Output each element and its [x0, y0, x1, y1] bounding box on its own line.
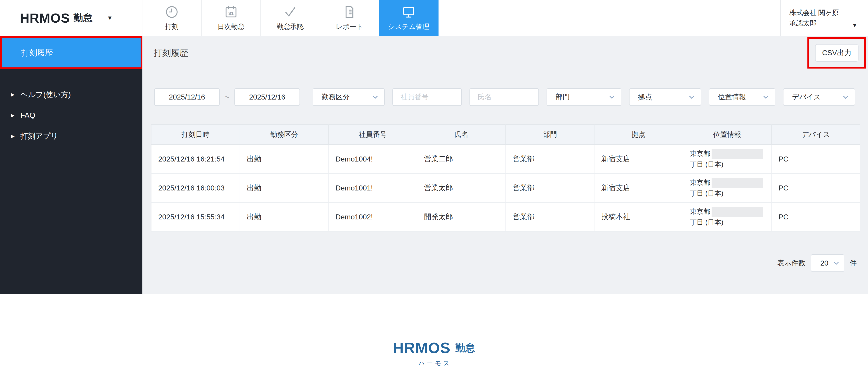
tab-report[interactable]: レポート [320, 0, 379, 36]
select-label: 勤務区分 [322, 92, 350, 102]
name-cell: 開発太郎 [417, 202, 506, 231]
app-window: HRMOS 勤怠 ▼ 打刻 31 日次勤怠 [0, 0, 868, 380]
brand-wordmark: HRMOS [20, 10, 70, 26]
tab-daily-attendance[interactable]: 31 日次勤怠 [202, 0, 261, 36]
department-select[interactable]: 部門 [547, 88, 621, 106]
department-cell: 営業部 [506, 174, 594, 202]
table-header-row: 打刻日時 勤務区分 社員番号 氏名 部門 拠点 位置情報 デバイス [151, 125, 860, 145]
title-row: 打刻履歴 CSV出力 [151, 36, 860, 70]
account-menu[interactable]: 株式会社 関ヶ原 承認太郎 ▼ [780, 0, 868, 36]
monitor-icon [401, 4, 416, 20]
tab-label: 勤怠承認 [277, 22, 304, 31]
name-input[interactable] [469, 88, 539, 106]
sidebar-item-punch-history[interactable]: 打刻履歴 [2, 38, 141, 67]
select-label: 拠点 [638, 92, 652, 102]
chevron-down-icon [833, 259, 840, 267]
body-row: 打刻履歴 ▶ ヘルプ(使い方) ▶ FAQ ▶ 打刻アプリ 打刻履歴 [0, 36, 868, 294]
tab-label: レポート [336, 22, 363, 31]
column-header-employee-id: 社員番号 [329, 125, 417, 145]
sidebar-item-help[interactable]: ▶ ヘルプ(使い方) [0, 84, 143, 105]
chevron-down-icon [762, 93, 770, 101]
sidebar-item-punch-app[interactable]: ▶ 打刻アプリ [0, 126, 143, 147]
redacted-location-box [712, 178, 763, 188]
datetime-cell: 2025/12/16 15:55:34 [151, 202, 240, 231]
company-name: 株式会社 関ヶ原 [789, 7, 868, 18]
employee-id-input[interactable] [393, 88, 462, 106]
worktype-cell: 出勤 [240, 174, 329, 202]
column-header-datetime: 打刻日時 [151, 125, 240, 145]
device-cell: PC [772, 174, 860, 202]
select-label: デバイス [792, 92, 821, 102]
svg-text:31: 31 [228, 11, 234, 16]
office-select[interactable]: 拠点 [629, 88, 701, 106]
column-header-office: 拠点 [594, 125, 683, 145]
footer-logo: HRMOS 勤怠 ハーモス [393, 339, 475, 367]
name-cell: 営業二郎 [417, 145, 506, 174]
triangle-right-icon: ▶ [11, 134, 14, 139]
table-row: 2025/12/16 16:21:54 出勤 Demo1004! 営業二郎 営業… [151, 145, 860, 174]
department-cell: 営業部 [506, 202, 594, 231]
name-cell: 営業太郎 [417, 174, 506, 202]
device-select[interactable]: デバイス [783, 88, 855, 106]
work-type-select[interactable]: 勤務区分 [313, 88, 385, 106]
punch-history-table: 打刻日時 勤務区分 社員番号 氏名 部門 拠点 位置情報 デバイス 2025/1… [151, 124, 860, 232]
brand-product-label: 勤怠 [73, 11, 92, 24]
tab-attendance-approval[interactable]: 勤怠承認 [261, 0, 320, 36]
location-suffix: 丁目 (日本) [690, 188, 771, 199]
employee-id-cell: Demo1002! [329, 202, 417, 231]
department-cell: 営業部 [506, 145, 594, 174]
select-label: 位置情報 [718, 92, 746, 102]
tab-punch[interactable]: 打刻 [143, 0, 202, 36]
column-header-department: 部門 [506, 125, 594, 145]
select-label: 部門 [556, 92, 569, 102]
column-header-worktype: 勤務区分 [240, 125, 329, 145]
main-nav-tabs: 打刻 31 日次勤怠 勤怠承認 [143, 0, 438, 36]
page-title: 打刻履歴 [154, 47, 188, 59]
footer-brand-wordmark: HRMOS [393, 339, 451, 356]
page-size-row: 表示件数 20 件 [151, 254, 860, 272]
redacted-location-box [712, 149, 763, 159]
device-cell: PC [772, 145, 860, 174]
red-annotation-box: 打刻履歴 [0, 36, 143, 69]
page-size-label: 表示件数 [777, 258, 805, 268]
date-to-input[interactable] [235, 88, 300, 106]
chevron-down-icon [842, 93, 850, 101]
redacted-location-box [712, 207, 763, 217]
tab-label: 日次勤怠 [217, 22, 245, 31]
date-from-input[interactable] [154, 88, 220, 106]
office-cell: 新宿支店 [594, 145, 683, 174]
office-cell: 新宿支店 [594, 174, 683, 202]
sidebar-item-label: ヘルプ(使い方) [20, 90, 71, 100]
chevron-down-icon[interactable]: ▼ [107, 14, 113, 22]
column-header-device: デバイス [772, 125, 860, 145]
location-prefix: 東京都 [690, 150, 710, 157]
table-row: 2025/12/16 16:00:03 出勤 Demo1001! 営業太郎 営業… [151, 174, 860, 202]
sidebar: 打刻履歴 ▶ ヘルプ(使い方) ▶ FAQ ▶ 打刻アプリ [0, 36, 143, 294]
report-icon [342, 4, 357, 20]
column-header-location: 位置情報 [683, 125, 772, 145]
location-suffix: 丁目 (日本) [690, 217, 771, 228]
worktype-cell: 出勤 [240, 202, 329, 231]
sidebar-item-label: 打刻アプリ [20, 131, 58, 141]
triangle-right-icon: ▶ [11, 113, 14, 118]
page-size-unit: 件 [850, 258, 857, 268]
chevron-down-icon [608, 93, 616, 101]
csv-export-button[interactable]: CSV出力 [815, 44, 859, 62]
clock-icon [164, 4, 179, 20]
page-size-value: 20 [820, 259, 829, 267]
tab-system-admin[interactable]: システム管理 [379, 0, 438, 36]
check-icon [283, 4, 298, 20]
sidebar-item-faq[interactable]: ▶ FAQ [0, 105, 143, 126]
location-select[interactable]: 位置情報 [709, 88, 775, 106]
header-spacer [438, 0, 780, 36]
footer: HRMOS 勤怠 ハーモス [0, 294, 868, 380]
main-content: 打刻履歴 CSV出力 ~ 勤務区分 部門 [143, 36, 868, 294]
location-prefix: 東京都 [690, 208, 710, 215]
location-cell: 東京都 丁目 (日本) [683, 145, 772, 174]
chevron-down-icon: ▼ [852, 22, 858, 29]
column-header-name: 氏名 [417, 125, 506, 145]
date-range-separator: ~ [225, 92, 229, 102]
location-suffix: 丁目 (日本) [690, 159, 771, 170]
page-size-select[interactable]: 20 [811, 254, 844, 272]
employee-id-cell: Demo1004! [329, 145, 417, 174]
